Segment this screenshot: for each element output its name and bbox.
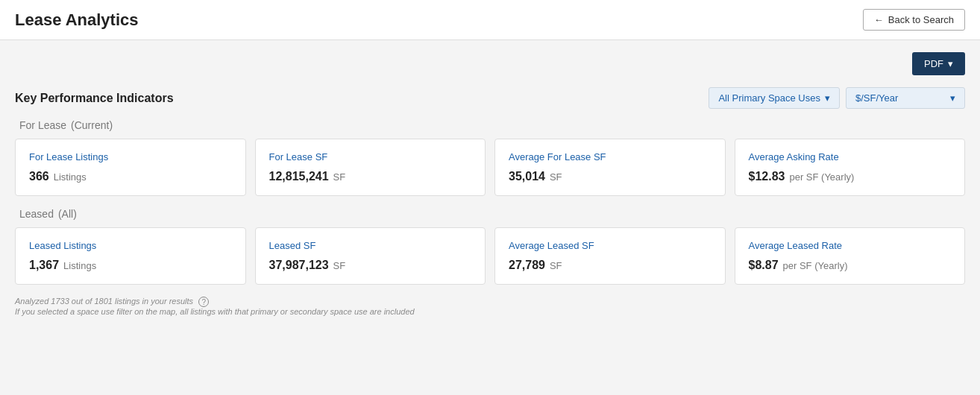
avg-for-lease-sf-number: 35,014 (509, 170, 545, 183)
for-lease-listings-unit: Listings (54, 171, 87, 183)
for-lease-listings-number: 366 (29, 170, 49, 183)
avg-for-lease-sf-unit: SF (550, 171, 562, 183)
leased-sf-value: 37,987,123 SF (269, 259, 472, 272)
avg-leased-sf-value: 27,789 SF (509, 259, 712, 272)
leased-listings-unit: Listings (63, 260, 96, 271)
info-icon: ? (198, 297, 209, 307)
leased-sf-unit: SF (333, 260, 346, 271)
primary-space-use-chevron-icon: ▾ (825, 92, 830, 104)
avg-leased-sf-number: 27,789 (509, 259, 545, 272)
rate-unit-chevron-icon: ▾ (950, 92, 955, 104)
for-lease-section-label: For Lease(Current) (15, 119, 965, 131)
for-lease-sf-number: 12,815,241 (269, 170, 329, 183)
pdf-button[interactable]: PDF ▾ (912, 52, 965, 75)
avg-for-lease-sf-card: Average For Lease SF 35,014 SF (494, 139, 726, 196)
avg-leased-sf-card: Average Leased SF 27,789 SF (494, 227, 726, 285)
for-lease-qualifier: (Current) (71, 119, 113, 131)
footnote-line2: If you selected a space use filter on th… (15, 307, 965, 316)
leased-section-label: Leased(All) (15, 208, 965, 220)
footnote-line1: Analyzed 1733 out of 1801 listings in yo… (15, 297, 965, 307)
avg-for-lease-sf-label: Average For Lease SF (509, 151, 712, 162)
leased-sf-card: Leased SF 37,987,123 SF (255, 227, 486, 285)
pdf-row: PDF ▾ (15, 52, 965, 75)
leased-cards-row: Leased Listings 1,367 Listings Leased SF… (15, 227, 965, 285)
back-to-search-button[interactable]: ← Back to Search (863, 9, 965, 31)
kpi-title: Key Performance Indicators (15, 92, 174, 105)
for-lease-sf-unit: SF (333, 171, 346, 183)
leased-listings-number: 1,367 (29, 259, 59, 272)
back-arrow-icon: ← (874, 14, 884, 25)
avg-leased-rate-value: $8.87 per SF (Yearly) (749, 259, 952, 272)
for-lease-listings-value: 366 Listings (29, 170, 232, 183)
footnote-line1-text: Analyzed 1733 out of 1801 listings in yo… (15, 297, 193, 306)
rate-unit-label: $/SF/Year (855, 92, 898, 104)
avg-leased-rate-label: Average Leased Rate (749, 240, 952, 251)
primary-space-use-dropdown[interactable]: All Primary Space Uses ▾ (709, 87, 840, 109)
avg-asking-rate-number: $12.83 (749, 170, 785, 183)
filter-dropdowns: All Primary Space Uses ▾ $/SF/Year ▾ (709, 87, 965, 109)
avg-leased-rate-unit: per SF (Yearly) (783, 260, 848, 271)
for-lease-listings-card: For Lease Listings 366 Listings (15, 139, 246, 196)
page-title: Lease Analytics (15, 10, 139, 30)
avg-leased-rate-card: Average Leased Rate $8.87 per SF (Yearly… (735, 227, 966, 285)
back-to-search-label: Back to Search (888, 14, 954, 25)
leased-listings-label: Leased Listings (29, 240, 232, 251)
avg-asking-rate-label: Average Asking Rate (749, 151, 952, 162)
footnotes: Analyzed 1733 out of 1801 listings in yo… (15, 297, 965, 316)
leased-sf-number: 37,987,123 (269, 259, 329, 272)
rate-unit-dropdown[interactable]: $/SF/Year ▾ (846, 87, 965, 109)
avg-leased-sf-label: Average Leased SF (509, 240, 712, 251)
primary-space-use-label: All Primary Space Uses (718, 92, 820, 104)
avg-leased-rate-number: $8.87 (749, 259, 779, 272)
header: Lease Analytics ← Back to Search (0, 0, 980, 40)
leased-listings-value: 1,367 Listings (29, 259, 232, 272)
for-lease-sf-label: For Lease SF (269, 151, 472, 162)
kpi-header-row: Key Performance Indicators All Primary S… (15, 87, 965, 109)
avg-asking-rate-value: $12.83 per SF (Yearly) (749, 170, 952, 183)
leased-qualifier: (All) (58, 208, 77, 220)
for-lease-sf-card: For Lease SF 12,815,241 SF (255, 139, 486, 196)
pdf-label: PDF (924, 58, 943, 69)
avg-for-lease-sf-value: 35,014 SF (509, 170, 712, 183)
avg-asking-rate-unit: per SF (Yearly) (789, 171, 854, 183)
avg-leased-sf-unit: SF (550, 260, 562, 271)
avg-asking-rate-card: Average Asking Rate $12.83 per SF (Yearl… (735, 139, 966, 196)
for-lease-sf-value: 12,815,241 SF (269, 170, 472, 183)
leased-sf-label: Leased SF (269, 240, 472, 251)
pdf-chevron-icon: ▾ (948, 58, 953, 69)
for-lease-cards-row: For Lease Listings 366 Listings For Leas… (15, 139, 965, 196)
for-lease-listings-label: For Lease Listings (29, 151, 232, 162)
leased-listings-card: Leased Listings 1,367 Listings (15, 227, 246, 285)
main-content: PDF ▾ Key Performance Indicators All Pri… (0, 40, 980, 328)
